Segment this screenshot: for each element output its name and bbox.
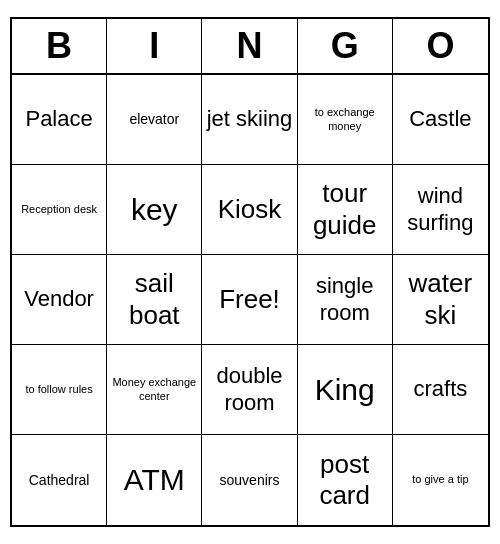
bingo-cell: to exchange money <box>298 75 393 165</box>
bingo-cell: Vendor <box>12 255 107 345</box>
bingo-cell: double room <box>202 345 297 435</box>
cell-label: to give a tip <box>412 473 468 486</box>
cell-label: crafts <box>413 376 467 402</box>
cell-label: tour guide <box>302 178 388 240</box>
cell-label: elevator <box>129 111 179 128</box>
cell-label: Money exchange center <box>111 376 197 402</box>
bingo-cell: tour guide <box>298 165 393 255</box>
bingo-cell: jet skiing <box>202 75 297 165</box>
cell-label: post card <box>302 449 388 511</box>
bingo-cell: Palace <box>12 75 107 165</box>
bingo-cell: to give a tip <box>393 435 488 525</box>
bingo-cell: post card <box>298 435 393 525</box>
bingo-cell: single room <box>298 255 393 345</box>
bingo-cell: to follow rules <box>12 345 107 435</box>
cell-label: single room <box>302 273 388 326</box>
cell-label: Free! <box>219 284 280 315</box>
bingo-cell: souvenirs <box>202 435 297 525</box>
bingo-cell: sail boat <box>107 255 202 345</box>
bingo-header-letter: O <box>393 19 488 73</box>
cell-label: to follow rules <box>25 383 92 396</box>
bingo-header-letter: B <box>12 19 107 73</box>
cell-label: ATM <box>124 462 185 498</box>
cell-label: souvenirs <box>220 472 280 489</box>
cell-label: to exchange money <box>302 106 388 132</box>
bingo-cell: key <box>107 165 202 255</box>
cell-label: Kiosk <box>218 194 282 225</box>
cell-label: Cathedral <box>29 472 90 489</box>
bingo-cell: Kiosk <box>202 165 297 255</box>
bingo-cell: Reception desk <box>12 165 107 255</box>
bingo-cell: Castle <box>393 75 488 165</box>
bingo-cell: Money exchange center <box>107 345 202 435</box>
bingo-cell: Cathedral <box>12 435 107 525</box>
cell-label: key <box>131 192 178 228</box>
cell-label: wind surfing <box>397 183 484 236</box>
bingo-cell: Free! <box>202 255 297 345</box>
cell-label: Vendor <box>24 286 94 312</box>
bingo-cell: ATM <box>107 435 202 525</box>
bingo-cell: elevator <box>107 75 202 165</box>
bingo-header-letter: N <box>202 19 297 73</box>
cell-label: double room <box>206 363 292 416</box>
bingo-header-letter: I <box>107 19 202 73</box>
cell-label: Castle <box>409 106 471 132</box>
cell-label: Reception desk <box>21 203 97 216</box>
cell-label: King <box>315 372 375 408</box>
bingo-cell: water ski <box>393 255 488 345</box>
cell-label: Palace <box>25 106 92 132</box>
bingo-grid: Palaceelevatorjet skiingto exchange mone… <box>12 75 488 525</box>
bingo-cell: wind surfing <box>393 165 488 255</box>
bingo-cell: crafts <box>393 345 488 435</box>
bingo-header-letter: G <box>298 19 393 73</box>
bingo-card: BINGO Palaceelevatorjet skiingto exchang… <box>10 17 490 527</box>
bingo-header: BINGO <box>12 19 488 75</box>
cell-label: sail boat <box>111 268 197 330</box>
cell-label: jet skiing <box>207 106 293 132</box>
bingo-cell: King <box>298 345 393 435</box>
cell-label: water ski <box>397 268 484 330</box>
